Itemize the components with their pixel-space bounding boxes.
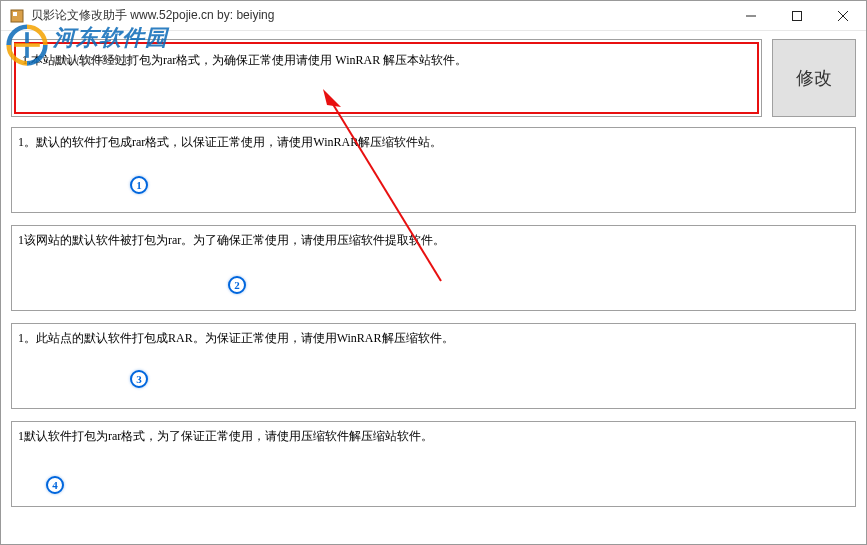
client-area: 1.本站默认软件经过打包为rar格式，为确保正常使用请使用 WinRAR 解压本…	[1, 31, 866, 527]
close-button[interactable]	[820, 1, 866, 31]
window-controls	[728, 1, 866, 31]
input-text-content: 1.本站默认软件经过打包为rar格式，为确保正常使用请使用 WinRAR 解压本…	[14, 42, 759, 114]
annotation-badge-2: 2	[228, 276, 246, 294]
result-box-1[interactable]: 1。默认的软件打包成rar格式，以保证正常使用，请使用WinRAR解压缩软件站。…	[11, 127, 856, 213]
result-box-2[interactable]: 1该网站的默认软件被打包为rar。为了确保正常使用，请使用压缩软件提取软件。2	[11, 225, 856, 311]
app-icon	[9, 8, 25, 24]
result-text: 1。此站点的默认软件打包成RAR。为保证正常使用，请使用WinRAR解压缩软件。	[18, 330, 849, 347]
annotation-badge-1: 1	[130, 176, 148, 194]
minimize-button[interactable]	[728, 1, 774, 31]
svg-rect-3	[793, 11, 802, 20]
maximize-button[interactable]	[774, 1, 820, 31]
result-box-4[interactable]: 1默认软件打包为rar格式，为了保证正常使用，请使用压缩软件解压缩站软件。4	[11, 421, 856, 507]
result-box-3[interactable]: 1。此站点的默认软件打包成RAR。为保证正常使用，请使用WinRAR解压缩软件。…	[11, 323, 856, 409]
modify-button-label: 修改	[796, 66, 832, 90]
input-textbox[interactable]: 1.本站默认软件经过打包为rar格式，为确保正常使用请使用 WinRAR 解压本…	[11, 39, 762, 117]
title-bar: 贝影论文修改助手 www.52pojie.cn by: beiying	[1, 1, 866, 31]
result-text: 1。默认的软件打包成rar格式，以保证正常使用，请使用WinRAR解压缩软件站。	[18, 134, 849, 151]
modify-button[interactable]: 修改	[772, 39, 856, 117]
result-text: 1默认软件打包为rar格式，为了保证正常使用，请使用压缩软件解压缩站软件。	[18, 428, 849, 445]
annotation-badge-4: 4	[46, 476, 64, 494]
svg-rect-1	[13, 12, 17, 16]
annotation-badge-3: 3	[130, 370, 148, 388]
window-title: 贝影论文修改助手 www.52pojie.cn by: beiying	[31, 7, 728, 24]
result-text: 1该网站的默认软件被打包为rar。为了确保正常使用，请使用压缩软件提取软件。	[18, 232, 849, 249]
